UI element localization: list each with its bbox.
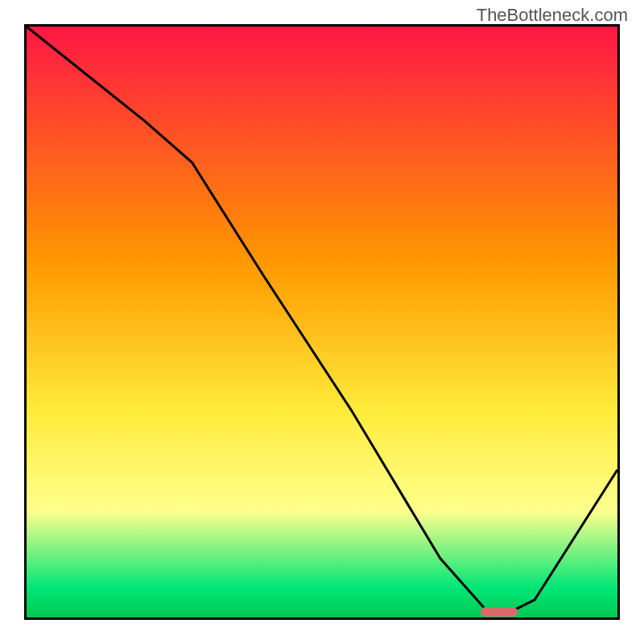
watermark-text: TheBottleneck.com [477,5,628,26]
optimal-marker [481,607,518,617]
curve-line [27,27,617,617]
plot-area [24,24,620,620]
chart-container: TheBottleneck.com [0,0,644,644]
